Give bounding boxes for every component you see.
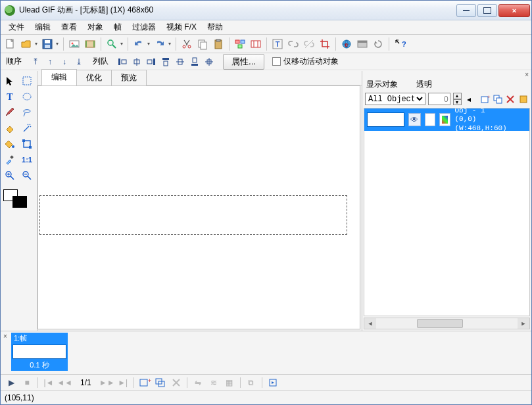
- align-left-button[interactable]: [116, 56, 128, 68]
- lasso-tool[interactable]: [19, 105, 35, 120]
- eraser-tool[interactable]: [2, 121, 18, 135]
- add-text-button[interactable]: T: [270, 37, 285, 51]
- align-bottom-button[interactable]: [189, 56, 201, 68]
- color-swatches[interactable]: [2, 189, 35, 209]
- selection-tool[interactable]: [19, 74, 35, 88]
- web-button[interactable]: e: [339, 37, 354, 51]
- menu-filter[interactable]: 过滤器: [127, 20, 161, 34]
- show-object-select[interactable]: All Objects: [365, 93, 425, 105]
- undo-dropdown[interactable]: ▾: [146, 41, 151, 47]
- delete-frame-button[interactable]: [170, 377, 183, 389]
- object-options-button[interactable]: [518, 93, 529, 105]
- align-center-v-button[interactable]: [174, 56, 186, 68]
- scroll-right-icon[interactable]: ►: [518, 318, 529, 329]
- tab-edit[interactable]: 编辑: [41, 69, 77, 85]
- transparency-input[interactable]: 0: [428, 93, 450, 105]
- unlink-button[interactable]: [302, 37, 316, 51]
- menu-edit[interactable]: 编辑: [30, 20, 56, 34]
- menu-view[interactable]: 查看: [56, 20, 82, 34]
- object-panel-scrollbar[interactable]: ◄ ►: [364, 318, 530, 329]
- text-tool[interactable]: T: [2, 89, 18, 104]
- zoom-out-tool[interactable]: [19, 168, 35, 183]
- cut-button[interactable]: [180, 37, 194, 51]
- save-dropdown[interactable]: ▾: [55, 41, 60, 47]
- menu-file[interactable]: 文件: [3, 20, 30, 34]
- last-frame-button[interactable]: ►|: [116, 377, 130, 389]
- object-list-item[interactable]: 👁 Obj - 1 (0,0)(W:468,H:60): [364, 108, 529, 131]
- stop-button[interactable]: ■: [20, 377, 34, 389]
- align-right-button[interactable]: [145, 56, 157, 68]
- background-swatch[interactable]: [12, 196, 27, 208]
- brush-tool[interactable]: [2, 105, 18, 120]
- paste-button[interactable]: [211, 37, 226, 51]
- wand-tool[interactable]: [19, 121, 35, 135]
- frame-manager-button[interactable]: [249, 37, 263, 51]
- minimize-button[interactable]: [456, 4, 476, 17]
- zoom-dropdown[interactable]: ▾: [119, 41, 124, 47]
- object-mode-icon[interactable]: [439, 113, 451, 126]
- help-context-button[interactable]: ?: [393, 37, 407, 51]
- canvas-viewport[interactable]: [37, 85, 360, 329]
- pointer-tool[interactable]: [2, 74, 18, 88]
- actual-size-tool[interactable]: 1:1: [19, 153, 35, 167]
- order-top-button[interactable]: ⤒: [30, 56, 41, 68]
- menu-help[interactable]: 帮助: [202, 20, 228, 34]
- timeline-close-icon[interactable]: ×: [1, 331, 10, 374]
- new-object-button[interactable]: +: [479, 93, 490, 105]
- move-active-only-checkbox[interactable]: 仅移动活动对象: [272, 56, 339, 67]
- zoom-button[interactable]: [105, 37, 119, 51]
- visibility-toggle-icon[interactable]: 👁: [408, 113, 422, 126]
- reverse-frames-button[interactable]: ⇋: [191, 377, 205, 389]
- preview-browser-button[interactable]: [355, 37, 370, 51]
- eyedropper-tool[interactable]: [2, 153, 18, 167]
- canvas[interactable]: [39, 195, 347, 235]
- ellipse-select-tool[interactable]: [19, 89, 35, 104]
- scroll-left-icon[interactable]: ◄: [364, 318, 376, 329]
- order-bottom-button[interactable]: ⤓: [73, 56, 85, 68]
- object-manager-button[interactable]: [233, 37, 247, 51]
- timeline-frame[interactable]: 1:帧 0.1 秒: [11, 333, 68, 371]
- open-dropdown[interactable]: ▾: [34, 41, 39, 47]
- redo-button[interactable]: [153, 37, 167, 51]
- align-center-h-button[interactable]: [131, 56, 143, 68]
- import-video-button[interactable]: [83, 37, 97, 51]
- frame-props-button[interactable]: ▦: [223, 377, 236, 389]
- add-frame-button[interactable]: +: [138, 377, 151, 389]
- object-lock-box[interactable]: [425, 113, 435, 126]
- duplicate-frame-button[interactable]: [154, 377, 167, 389]
- open-button[interactable]: [19, 37, 34, 51]
- menu-videofx[interactable]: 视频 F/X: [161, 20, 202, 34]
- prev-frame-button[interactable]: ◄◄: [58, 377, 71, 389]
- transparency-slider-icon[interactable]: ◂: [464, 93, 475, 105]
- crop-button[interactable]: [318, 37, 332, 51]
- order-down-button[interactable]: ↓: [59, 56, 70, 68]
- order-up-button[interactable]: ↑: [44, 56, 56, 68]
- tween-button[interactable]: ≋: [207, 377, 220, 389]
- delete-object-button[interactable]: [506, 93, 516, 105]
- copy-button[interactable]: [195, 37, 210, 51]
- scroll-thumb[interactable]: [417, 319, 463, 328]
- loop-button[interactable]: [266, 377, 279, 389]
- zoom-in-tool[interactable]: [2, 168, 18, 183]
- menu-frame[interactable]: 帧: [109, 20, 127, 34]
- center-both-button[interactable]: [203, 56, 215, 68]
- tab-preview[interactable]: 预览: [111, 70, 147, 85]
- transparency-spinner[interactable]: ▲▼: [453, 93, 462, 105]
- link-button[interactable]: [286, 37, 301, 51]
- save-button[interactable]: [40, 37, 55, 51]
- menu-object[interactable]: 对象: [82, 20, 109, 34]
- next-frame-button[interactable]: ►►: [101, 377, 114, 389]
- duplicate-object-button[interactable]: [493, 93, 503, 105]
- merge-button[interactable]: ⧉: [245, 377, 258, 389]
- redo-dropdown[interactable]: ▾: [167, 41, 172, 47]
- properties-button[interactable]: 属性...: [223, 54, 264, 70]
- new-button[interactable]: [3, 37, 18, 51]
- play-button[interactable]: ▶: [5, 377, 18, 389]
- align-top-button[interactable]: [160, 56, 172, 68]
- import-image-button[interactable]: [67, 37, 82, 51]
- tab-optimize[interactable]: 优化: [76, 70, 112, 85]
- maximize-button[interactable]: [477, 4, 497, 17]
- undo-button[interactable]: [132, 37, 146, 51]
- fill-tool[interactable]: [2, 137, 18, 151]
- first-frame-button[interactable]: |◄: [42, 377, 55, 389]
